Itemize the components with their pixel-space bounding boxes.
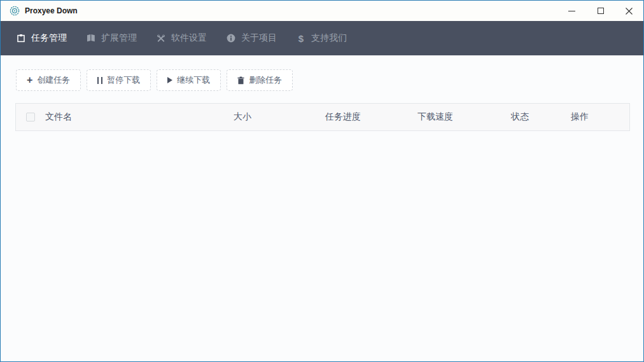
maximize-button[interactable] bbox=[586, 1, 615, 21]
nav-tab-extension-management[interactable]: 扩展管理 bbox=[86, 32, 137, 44]
minimize-button[interactable] bbox=[557, 1, 586, 21]
content-area: + 创建任务 暂停下载 继续下载 删除任务 bbox=[1, 55, 643, 361]
delete-task-button[interactable]: 删除任务 bbox=[227, 69, 293, 91]
minimize-icon bbox=[568, 11, 575, 11]
column-header-progress: 任务进度 bbox=[325, 111, 417, 123]
nav-tab-label: 软件设置 bbox=[171, 32, 207, 44]
pause-icon bbox=[97, 77, 102, 84]
app-window: Proxyee Down bbox=[0, 0, 644, 362]
title-bar: Proxyee Down bbox=[1, 1, 643, 21]
nav-tab-task-management[interactable]: 任务管理 bbox=[16, 32, 67, 44]
window-title: Proxyee Down bbox=[25, 6, 78, 15]
plus-icon: + bbox=[27, 75, 32, 85]
app-logo-icon bbox=[10, 6, 20, 16]
task-toolbar: + 创建任务 暂停下载 继续下载 删除任务 bbox=[1, 55, 643, 91]
info-circle-icon bbox=[226, 33, 236, 43]
nav-tab-label: 关于项目 bbox=[241, 32, 277, 44]
task-table-header: 文件名 大小 任务进度 下载速度 状态 操作 bbox=[15, 103, 630, 131]
clipboard-icon bbox=[16, 33, 26, 43]
close-icon bbox=[626, 8, 633, 15]
close-button[interactable] bbox=[615, 1, 643, 21]
main-nav: 任务管理 扩展管理 软件设置 bbox=[1, 21, 643, 55]
column-header-operation: 操作 bbox=[571, 111, 629, 123]
button-label: 暂停下载 bbox=[107, 74, 140, 86]
book-icon bbox=[86, 33, 96, 43]
nav-tab-software-settings[interactable]: 软件设置 bbox=[156, 32, 207, 44]
nav-tab-label: 支持我们 bbox=[311, 32, 347, 44]
dollar-icon: $ bbox=[296, 33, 306, 43]
button-label: 创建任务 bbox=[37, 74, 70, 86]
button-label: 继续下载 bbox=[177, 74, 210, 86]
create-task-button[interactable]: + 创建任务 bbox=[16, 69, 81, 91]
nav-tab-about-project[interactable]: 关于项目 bbox=[226, 32, 277, 44]
pause-download-button[interactable]: 暂停下载 bbox=[87, 69, 151, 91]
column-header-size: 大小 bbox=[234, 111, 325, 123]
trash-icon bbox=[237, 76, 244, 85]
select-all-cell bbox=[16, 113, 45, 122]
play-icon bbox=[167, 77, 172, 83]
button-label: 删除任务 bbox=[249, 74, 282, 86]
column-header-status: 状态 bbox=[511, 111, 571, 123]
window-controls bbox=[557, 1, 643, 21]
column-header-filename: 文件名 bbox=[45, 111, 234, 123]
select-all-checkbox[interactable] bbox=[26, 113, 35, 122]
resume-download-button[interactable]: 继续下载 bbox=[157, 69, 221, 91]
maximize-icon bbox=[598, 8, 604, 14]
nav-tab-support-us[interactable]: $ 支持我们 bbox=[296, 32, 347, 44]
nav-tab-label: 任务管理 bbox=[31, 32, 67, 44]
nav-tab-label: 扩展管理 bbox=[101, 32, 137, 44]
tools-icon bbox=[156, 33, 166, 43]
column-header-speed: 下载速度 bbox=[417, 111, 511, 123]
